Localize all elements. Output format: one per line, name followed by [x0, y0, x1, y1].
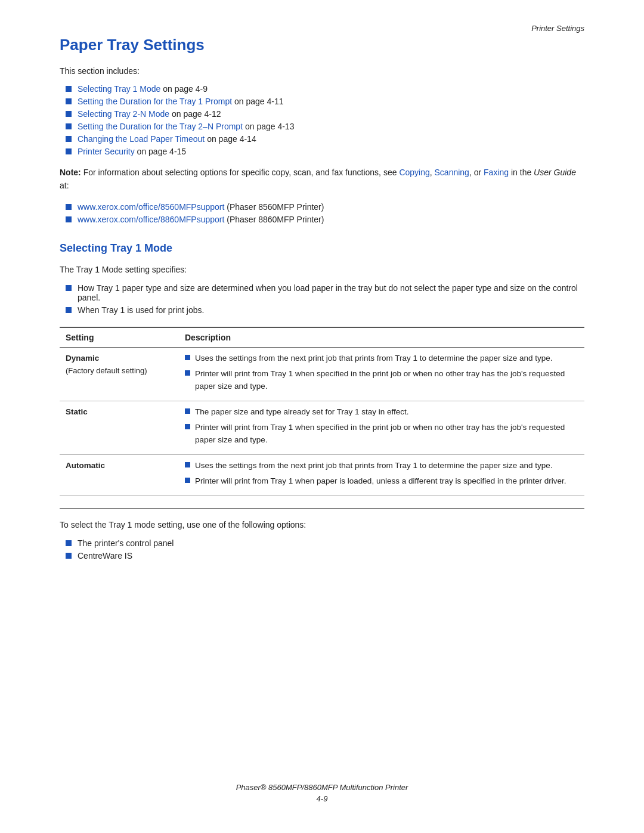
- automatic-desc-2: Printer will print from Tray 1 when pape…: [185, 475, 578, 488]
- page-container: Printer Settings Paper Tray Settings Thi…: [0, 0, 644, 833]
- bullet-icon-5: [66, 136, 72, 142]
- toc-suffix-3: on page 4-12: [169, 109, 221, 119]
- table-cell-static-setting: Static: [60, 401, 179, 454]
- static-desc-1: The paper size and type already set for …: [185, 406, 578, 419]
- section-intro: This section includes:: [60, 66, 584, 76]
- static-desc-2: Printer will print from Tray 1 when spec…: [185, 422, 578, 447]
- factory-default-label: (Factory default setting): [66, 365, 173, 377]
- bullet-icon-1: [66, 86, 72, 92]
- bullet-icon-sub-2: [66, 307, 72, 313]
- select-bullet-2-text: CentreWare IS: [78, 551, 132, 561]
- desc-bullet-icon-d1: [185, 355, 190, 360]
- toc-suffix-2: on page 4-11: [232, 97, 283, 106]
- note-link-faxing[interactable]: Faxing: [484, 168, 509, 177]
- table-header-description: Description: [179, 327, 584, 348]
- note-text3: at:: [60, 181, 69, 190]
- toc-item-1: Selecting Tray 1 Mode on page 4-9: [66, 84, 584, 94]
- subsection-bullet-2-text: When Tray 1 is used for print jobs.: [78, 305, 204, 315]
- dynamic-desc-1-text: Uses the settings from the next print jo…: [195, 352, 553, 365]
- toc-suffix-1: on page 4-9: [160, 84, 208, 94]
- static-desc-2-text: Printer will print from Tray 1 when spec…: [195, 422, 578, 447]
- toc-suffix-5: on page 4-14: [205, 134, 256, 144]
- subsection-bullets: How Tray 1 paper type and size are deter…: [60, 283, 584, 315]
- automatic-desc-2-text: Printer will print from Tray 1 when pape…: [195, 475, 566, 488]
- bullet-icon-4: [66, 123, 72, 129]
- table-cell-static-desc: The paper size and type already set for …: [179, 401, 584, 454]
- desc-bullet-icon-s2: [185, 424, 190, 429]
- toc-link-2[interactable]: Setting the Duration for the Tray 1 Prom…: [78, 97, 232, 106]
- table-cell-dynamic-desc: Uses the settings from the next print jo…: [179, 348, 584, 401]
- toc-link-6[interactable]: Printer Security: [78, 147, 135, 156]
- table-row-automatic: Automatic Uses the settings from the nex…: [60, 454, 584, 496]
- toc-link-5[interactable]: Changing the Load Paper Timeout: [78, 134, 205, 144]
- note-text: For information about selecting options …: [81, 168, 400, 177]
- table-header-setting: Setting: [60, 327, 179, 348]
- desc-bullet-icon-a1: [185, 462, 190, 467]
- footer: Phaser® 8560MFP/8860MFP Multifunction Pr…: [0, 783, 644, 803]
- web-link-1-suffix: (Phaser 8560MFP Printer): [224, 202, 324, 212]
- web-links-list: www.xerox.com/office/8560MFPsupport (Pha…: [60, 202, 584, 224]
- toc-suffix-6: on page 4-15: [135, 147, 186, 156]
- table-row-static: Static The paper size and type already s…: [60, 401, 584, 454]
- toc-link-3[interactable]: Selecting Tray 2-N Mode: [78, 109, 169, 119]
- web-link-2[interactable]: www.xerox.com/office/8860MFPsupport: [78, 215, 224, 224]
- desc-bullet-icon-d2: [185, 370, 190, 376]
- footer-label: Phaser® 8560MFP/8860MFP Multifunction Pr…: [0, 783, 644, 792]
- page-title: Paper Tray Settings: [60, 36, 584, 54]
- select-bullets: The printer's control panel CentreWare I…: [60, 538, 584, 561]
- bullet-icon-sub-1: [66, 285, 72, 291]
- select-bullet-1: The printer's control panel: [66, 538, 584, 548]
- subsection-intro: The Tray 1 Mode setting specifies:: [60, 263, 584, 276]
- web-link-2-suffix: (Phaser 8860MFP Printer): [224, 215, 324, 224]
- bullet-icon-web-2: [66, 216, 72, 222]
- note-italic: User Guide: [534, 168, 576, 177]
- automatic-desc-1: Uses the settings from the next print jo…: [185, 460, 578, 472]
- subsection-bullet-2: When Tray 1 is used for print jobs.: [66, 305, 584, 315]
- toc-item-5: Changing the Load Paper Timeout on page …: [66, 134, 584, 144]
- note-comma-1: ,: [430, 168, 435, 177]
- settings-table: Setting Description Dynamic (Factory def…: [60, 327, 584, 496]
- web-link-1[interactable]: www.xerox.com/office/8560MFPsupport: [78, 202, 224, 212]
- bullet-icon-sel-2: [66, 553, 72, 559]
- static-desc-1-text: The paper size and type already set for …: [195, 406, 408, 419]
- toc-item-2: Setting the Duration for the Tray 1 Prom…: [66, 97, 584, 106]
- select-bullet-2: CentreWare IS: [66, 551, 584, 561]
- subsection-bullet-1: How Tray 1 paper type and size are deter…: [66, 283, 584, 302]
- toc-link-1[interactable]: Selecting Tray 1 Mode: [78, 84, 160, 94]
- table-cell-automatic-setting: Automatic: [60, 454, 179, 496]
- automatic-desc-1-text: Uses the settings from the next print jo…: [195, 460, 553, 472]
- desc-bullet-icon-a2: [185, 478, 190, 483]
- note-block: Note: For information about selecting op…: [60, 166, 584, 193]
- note-text2: in the: [509, 168, 534, 177]
- toc-item-3: Selecting Tray 2-N Mode on page 4-12: [66, 109, 584, 119]
- toc-link-4[interactable]: Setting the Duration for the Tray 2–N Pr…: [78, 122, 243, 131]
- subsection-title: Selecting Tray 1 Mode: [60, 242, 584, 255]
- select-intro: To select the Tray 1 mode setting, use o…: [60, 518, 584, 531]
- table-cell-automatic-desc: Uses the settings from the next print jo…: [179, 454, 584, 496]
- footer-page-number: 4-9: [0, 794, 644, 803]
- toc-list: Selecting Tray 1 Mode on page 4-9 Settin…: [60, 84, 584, 156]
- table-row-dynamic: Dynamic (Factory default setting) Uses t…: [60, 348, 584, 401]
- bullet-icon-6: [66, 148, 72, 154]
- dynamic-desc-2-text: Printer will print from Tray 1 when spec…: [195, 368, 578, 393]
- note-link-scanning[interactable]: Scanning: [435, 168, 469, 177]
- bullet-icon-sel-1: [66, 540, 72, 546]
- toc-suffix-4: on page 4-13: [243, 122, 294, 131]
- note-link-copying[interactable]: Copying: [399, 168, 429, 177]
- note-comma-2: , or: [469, 168, 484, 177]
- bullet-icon-2: [66, 98, 72, 104]
- note-label: Note:: [60, 168, 81, 177]
- table-cell-dynamic-setting: Dynamic (Factory default setting): [60, 348, 179, 401]
- web-link-item-1: www.xerox.com/office/8560MFPsupport (Pha…: [66, 202, 584, 212]
- toc-item-6: Printer Security on page 4-15: [66, 147, 584, 156]
- dynamic-desc-2: Printer will print from Tray 1 when spec…: [185, 368, 578, 393]
- header-section-label: Printer Settings: [531, 24, 584, 33]
- dynamic-desc-1: Uses the settings from the next print jo…: [185, 352, 578, 365]
- bullet-icon-web-1: [66, 204, 72, 210]
- subsection-bullet-1-text: How Tray 1 paper type and size are deter…: [78, 283, 584, 302]
- toc-item-4: Setting the Duration for the Tray 2–N Pr…: [66, 122, 584, 131]
- web-link-item-2: www.xerox.com/office/8860MFPsupport (Pha…: [66, 215, 584, 224]
- table-bottom-rule: [60, 508, 584, 509]
- select-bullet-1-text: The printer's control panel: [78, 538, 174, 548]
- bullet-icon-3: [66, 111, 72, 117]
